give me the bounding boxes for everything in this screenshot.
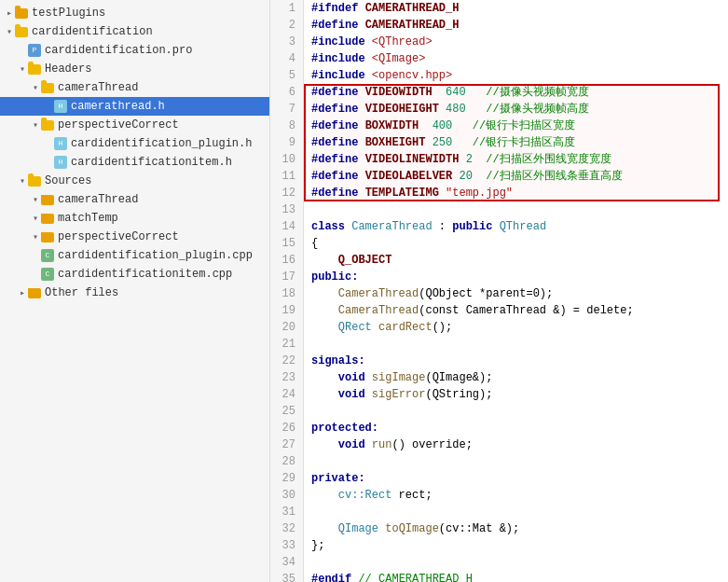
code-line-6: #define VIDEOWIDTH 640 //摄像头视频帧宽度 [311, 84, 721, 101]
code-line-11: #define VIDEOLABELVER 20 //扫描区外围线条垂直高度 [311, 168, 721, 185]
tree-icon-sources [28, 176, 41, 187]
code-line-32: QImage toQImage(cv::Mat &); [311, 520, 721, 537]
code-line-9: #define BOXHEIGHT 250 //银行卡扫描区高度 [311, 134, 721, 151]
code-wrapper: #ifndef CAMERATHREAD_H#define CAMERATHRE… [304, 0, 728, 582]
code-line-19: CameraThread(const CameraThread &) = del… [311, 302, 721, 319]
file-tree: testPluginscardidentificationPcardidenti… [0, 0, 270, 582]
code-line-28 [311, 453, 721, 470]
code-line-2: #define CAMERATHREAD_H [311, 17, 721, 34]
tree-icon-perspectiveCorrect-h-folder [41, 120, 54, 131]
tree-item-testPlugins[interactable]: testPlugins [0, 4, 269, 22]
tree-icon-camerathread-h: H [54, 100, 67, 113]
code-line-14: class CameraThread : public QThread [311, 218, 721, 235]
code-line-31 [311, 504, 721, 520]
code-line-1: #ifndef CAMERATHREAD_H [311, 0, 721, 17]
tree-item-perspectiveCorrect-h-folder[interactable]: perspectiveCorrect [0, 116, 269, 134]
tree-item-perspectiveCorrect-src[interactable]: perspectiveCorrect [0, 228, 269, 246]
tree-item-cardidentification-plugin-h[interactable]: Hcardidentification_plugin.h [0, 134, 269, 153]
tree-item-cardidentificationitem-h[interactable]: Hcardidentificationitem.h [0, 153, 269, 172]
tree-item-cardidentification-plugin-cpp[interactable]: Ccardidentification_plugin.cpp [0, 246, 269, 265]
tree-label-camerathread-h: camerathread.h [71, 100, 165, 113]
tree-label-testPlugins: testPlugins [32, 7, 105, 20]
tree-arrow-testPlugins [4, 7, 15, 19]
tree-arrow-perspectiveCorrect-src [30, 231, 41, 242]
line-num-1: 1 [278, 0, 295, 17]
code-line-23: void sigImage(QImage&); [311, 369, 721, 386]
line-num-25: 25 [278, 403, 295, 420]
code-line-3: #include <QThread> [311, 34, 721, 50]
tree-arrow-sources [17, 175, 28, 187]
tree-label-cardidentification-plugin-cpp: cardidentification_plugin.cpp [58, 249, 253, 262]
line-num-26: 26 [278, 420, 295, 436]
line-num-32: 32 [278, 520, 295, 537]
tree-icon-cardidentificationitem-cpp: C [41, 268, 54, 281]
tree-label-cardidentification: cardidentification [32, 25, 153, 38]
tree-icon-other-files [28, 288, 41, 298]
tree-item-cardidentificationitem-cpp[interactable]: Ccardidentificationitem.cpp [0, 265, 269, 284]
tree-icon-cardidentificationitem-h: H [54, 156, 67, 169]
line-num-30: 30 [278, 487, 295, 504]
code-line-18: CameraThread(QObject *parent=0); [311, 285, 721, 302]
code-line-21 [311, 336, 721, 353]
tree-icon-headers [28, 64, 41, 75]
code-line-4: #include <QImage> [311, 50, 721, 67]
code-line-12: #define TEMPLATEIMG "temp.jpg" [311, 185, 721, 201]
line-num-8: 8 [278, 118, 295, 134]
line-num-29: 29 [278, 470, 295, 487]
code-line-8: #define BOXWIDTH 400 //银行卡扫描区宽度 [311, 118, 721, 134]
tree-arrow-cameraThread-folder [30, 82, 41, 93]
code-content: #ifndef CAMERATHREAD_H#define CAMERATHRE… [304, 0, 728, 582]
tree-item-other-files[interactable]: Other files [0, 284, 269, 302]
tree-item-camerathread-h[interactable]: Hcamerathread.h [0, 97, 269, 116]
tree-arrow-cameraThread-src [30, 194, 41, 205]
tree-item-sources[interactable]: Sources [0, 172, 269, 190]
tree-arrow-cardidentification [4, 26, 15, 37]
tree-arrow-perspectiveCorrect-h-folder [30, 119, 41, 131]
tree-arrow-matchTemp-src [30, 213, 41, 224]
line-num-21: 21 [278, 336, 295, 353]
tree-label-sources: Sources [45, 174, 91, 187]
tree-item-cardidentification-pro[interactable]: Pcardidentification.pro [0, 41, 269, 60]
line-num-22: 22 [278, 353, 295, 369]
code-line-27: void run() override; [311, 436, 721, 453]
code-line-22: signals: [311, 353, 721, 369]
tree-label-cardidentificationitem-cpp: cardidentificationitem.cpp [58, 268, 232, 281]
line-num-31: 31 [278, 504, 295, 520]
tree-item-headers[interactable]: Headers [0, 60, 269, 78]
tree-label-headers: Headers [45, 62, 91, 76]
tree-icon-cardidentification-plugin-cpp: C [41, 249, 54, 262]
tree-item-cameraThread-src[interactable]: cameraThread [0, 190, 269, 209]
tree-label-perspectiveCorrect-src: perspectiveCorrect [58, 230, 179, 243]
tree-item-cameraThread-folder[interactable]: cameraThread [0, 78, 269, 97]
line-num-13: 13 [278, 201, 295, 218]
code-line-29: private: [311, 470, 721, 487]
code-line-13 [311, 201, 721, 218]
line-num-23: 23 [278, 369, 295, 386]
code-line-20: QRect cardRect(); [311, 319, 721, 336]
tree-icon-perspectiveCorrect-src [41, 232, 54, 242]
line-num-3: 3 [278, 34, 295, 50]
tree-item-cardidentification[interactable]: cardidentification [0, 22, 269, 41]
code-line-26: protected: [311, 420, 721, 436]
code-line-15: { [311, 235, 721, 252]
line-num-27: 27 [278, 436, 295, 453]
tree-icon-cardidentification-pro: P [28, 44, 41, 57]
tree-icon-cardidentification-plugin-h: H [54, 137, 67, 150]
tree-icon-testPlugins [15, 8, 28, 19]
tree-label-cardidentification-pro: cardidentification.pro [45, 44, 192, 57]
code-line-17: public: [311, 269, 721, 285]
code-line-5: #include <opencv.hpp> [311, 67, 721, 84]
tree-icon-cameraThread-src [41, 195, 54, 205]
code-line-30: cv::Rect rect; [311, 487, 721, 504]
line-num-11: 11 [278, 168, 295, 185]
tree-label-cameraThread-src: cameraThread [58, 193, 138, 206]
tree-icon-cameraThread-folder [41, 83, 54, 93]
tree-item-matchTemp-src[interactable]: matchTemp [0, 209, 269, 228]
line-num-7: 7 [278, 101, 295, 118]
tree-arrow-other-files [17, 287, 28, 298]
tree-icon-cardidentification [15, 27, 28, 37]
line-num-19: 19 [278, 302, 295, 319]
line-num-33: 33 [278, 537, 295, 554]
line-num-15: 15 [278, 235, 295, 252]
line-num-24: 24 [278, 386, 295, 403]
